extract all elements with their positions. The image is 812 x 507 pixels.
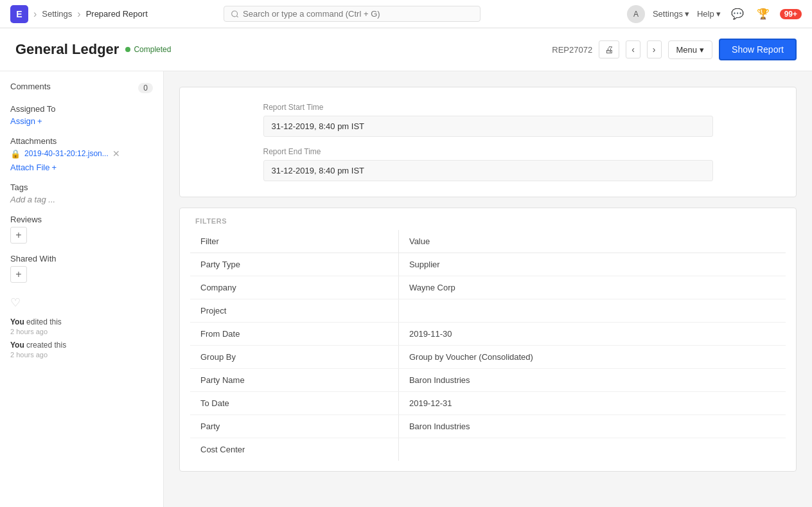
table-row: Company Wayne Corp xyxy=(190,276,786,299)
search-icon xyxy=(231,10,239,19)
filter-name: Project xyxy=(190,299,398,323)
filter-value: Baron Industries xyxy=(398,369,786,392)
start-time-label: Report Start Time xyxy=(263,103,713,112)
filter-value: 2019-12-31 xyxy=(398,392,786,415)
filter-value: Wayne Corp xyxy=(398,276,786,299)
add-shared-button[interactable]: + xyxy=(10,266,27,283)
filters-card: FILTERS Filter Value Party Type Supplier… xyxy=(179,208,797,472)
assigned-to-label: Assigned To xyxy=(10,104,153,114)
filter-name: Group By xyxy=(190,346,398,369)
svg-point-0 xyxy=(231,11,237,17)
activity-1-time: 2 hours ago xyxy=(10,328,153,335)
attachment-remove-button[interactable]: ✕ xyxy=(112,148,120,159)
shared-with-label: Shared With xyxy=(10,254,153,263)
activity-2-time: 2 hours ago xyxy=(10,351,153,359)
add-tag-button[interactable]: Add a tag ... xyxy=(10,195,153,204)
attach-file-button[interactable]: Attach File + xyxy=(10,163,153,172)
notifications-button[interactable]: 💬 xyxy=(728,5,746,22)
page-actions: REP27072 🖨 ‹ › Menu ▾ Show Report xyxy=(552,39,797,60)
filter-value: Baron Industries xyxy=(398,415,786,438)
tags-section: Tags Add a tag ... xyxy=(10,182,153,204)
search-input[interactable] xyxy=(243,9,473,19)
filter-value: 2019-11-30 xyxy=(398,323,786,346)
activity-section: ♡ You edited this 2 hours ago You create… xyxy=(10,296,153,359)
prev-button[interactable]: ‹ xyxy=(626,40,640,58)
filter-value: Group by Voucher (Consolidated) xyxy=(398,346,786,369)
nav-settings-link[interactable]: Settings xyxy=(42,9,72,19)
heart-icon[interactable]: ♡ xyxy=(10,296,153,310)
settings-button[interactable]: Settings ▾ xyxy=(653,9,689,19)
search-bar xyxy=(224,6,481,22)
reviews-section: Reviews + xyxy=(10,215,153,244)
status-label: Completed xyxy=(134,45,171,54)
filter-name: Party Name xyxy=(190,369,398,392)
col-filter-header: Filter xyxy=(190,230,398,253)
comments-label: Comments xyxy=(10,82,51,91)
filter-name: Company xyxy=(190,276,398,299)
table-row: From Date 2019-11-30 xyxy=(190,323,786,346)
table-row: Cost Center xyxy=(190,438,786,461)
help-chevron-icon: ▾ xyxy=(716,9,721,19)
notification-badge: 99+ xyxy=(780,9,802,19)
svg-line-1 xyxy=(236,15,238,17)
page-title: General Ledger xyxy=(15,41,119,58)
start-time-field: Report Start Time 31-12-2019, 8:40 pm IS… xyxy=(263,103,713,137)
attachment-item: 🔒 2019-40-31-20:12.json... ✕ xyxy=(10,148,153,159)
add-review-button[interactable]: + xyxy=(10,227,27,244)
menu-chevron-icon: ▾ xyxy=(700,45,704,55)
show-report-button[interactable]: Show Report xyxy=(719,39,797,60)
nav-prepared-report: Prepared Report xyxy=(86,9,148,19)
attachment-name[interactable]: 2019-40-31-20:12.json... xyxy=(24,149,109,158)
table-row: Group By Group by Voucher (Consolidated) xyxy=(190,346,786,369)
assign-button[interactable]: Assign + xyxy=(10,116,153,126)
trophy-button[interactable]: 🏆 xyxy=(754,5,772,22)
attach-plus-icon: + xyxy=(51,163,57,172)
reviews-label: Reviews xyxy=(10,215,153,224)
filters-table: Filter Value Party Type Supplier Company… xyxy=(190,230,786,461)
avatar: A xyxy=(627,5,645,23)
next-button[interactable]: › xyxy=(647,40,662,58)
page-header: General Ledger Completed REP27072 🖨 ‹ › … xyxy=(0,28,812,71)
attachments-section: Attachments 🔒 2019-40-31-20:12.json... ✕… xyxy=(10,136,153,172)
app-icon: E xyxy=(10,5,28,23)
assigned-to-section: Assigned To Assign + xyxy=(10,104,153,126)
end-time-label: Report End Time xyxy=(263,147,713,156)
nav-sep-1: › xyxy=(33,8,37,20)
tags-label: Tags xyxy=(10,182,153,192)
top-nav: E › Settings › Prepared Report A Setting… xyxy=(0,0,812,28)
col-value-header: Value xyxy=(398,230,786,253)
main-layout: Comments 0 Assigned To Assign + Attachme… xyxy=(0,71,812,507)
menu-button[interactable]: Menu ▾ xyxy=(668,40,713,59)
table-row: To Date 2019-12-31 xyxy=(190,392,786,415)
activity-2-text: You created this xyxy=(10,341,153,350)
status-dot xyxy=(125,47,130,52)
lock-icon: 🔒 xyxy=(10,149,21,159)
attachments-label: Attachments xyxy=(10,136,153,146)
table-row: Party Baron Industries xyxy=(190,415,786,438)
report-times: Report Start Time 31-12-2019, 8:40 pm IS… xyxy=(263,103,713,181)
sidebar: Comments 0 Assigned To Assign + Attachme… xyxy=(0,71,164,507)
filter-name: Party xyxy=(190,415,398,438)
nav-right: A Settings ▾ Help ▾ 💬 🏆 99+ xyxy=(627,5,802,23)
table-row: Party Type Supplier xyxy=(190,253,786,276)
filter-name: Party Type xyxy=(190,253,398,276)
assign-plus-icon: + xyxy=(37,116,42,126)
shared-with-section: Shared With + xyxy=(10,254,153,283)
help-button[interactable]: Help ▾ xyxy=(697,9,721,19)
table-row: Party Name Baron Industries xyxy=(190,369,786,392)
filter-value xyxy=(398,299,786,323)
report-times-card: Report Start Time 31-12-2019, 8:40 pm IS… xyxy=(179,87,797,197)
activity-1-text: You edited this xyxy=(10,317,153,326)
filters-label: FILTERS xyxy=(180,208,796,230)
table-row: Project xyxy=(190,299,786,323)
filter-name: To Date xyxy=(190,392,398,415)
print-button[interactable]: 🖨 xyxy=(599,40,619,58)
content-area: Report Start Time 31-12-2019, 8:40 pm IS… xyxy=(164,71,812,507)
report-id: REP27072 xyxy=(552,45,592,55)
comments-section: Comments 0 xyxy=(10,82,153,94)
filter-value: Supplier xyxy=(398,253,786,276)
page-title-area: General Ledger Completed xyxy=(15,41,171,58)
nav-sep-2: › xyxy=(77,8,80,20)
end-time-value: 31-12-2019, 8:40 pm IST xyxy=(263,160,713,181)
status-badge: Completed xyxy=(125,45,171,54)
